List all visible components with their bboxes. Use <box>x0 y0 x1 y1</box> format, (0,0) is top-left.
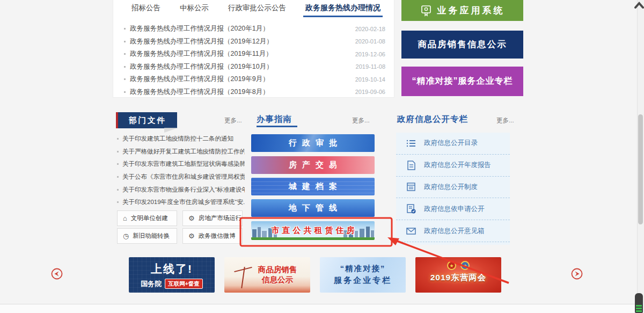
certificate-icon <box>420 5 432 17</box>
tab-bid-announcements[interactable]: 招标公告 <box>131 3 160 17</box>
bullet-icon <box>117 151 119 152</box>
energy-conversion-button[interactable]: ◷新旧动能转换 <box>117 228 177 244</box>
dept-quick-links: ⌂文明单位创建 ⚙房地产市场运行 ◷新旧动能转换 ⚙政务微信微博 <box>117 210 245 244</box>
admin-approval-button[interactable]: 行政审批 <box>251 134 375 152</box>
public-rental-housing-label: 市直公共租赁住房 <box>251 221 375 240</box>
gov-info-section-title: 政府信息公开专栏 <box>397 114 468 125</box>
dept-file-item[interactable]: 关于印发2019年度全市住房城乡管理系统“安... <box>117 196 245 209</box>
tab-winning-bids[interactable]: 中标公示 <box>180 3 209 17</box>
bullet-icon <box>117 176 119 178</box>
carousel-next-button[interactable] <box>570 267 583 280</box>
public-rental-housing-button[interactable]: 市直公共租赁住房 <box>251 221 375 240</box>
bullet-icon <box>117 201 119 203</box>
national-emblem-icon: ★ <box>447 261 456 270</box>
news-item[interactable]: 政务服务热线办理工作情况月报（2019年10月）2019-11-08 <box>124 61 385 74</box>
news-item[interactable]: 政务服务热线办理工作情况月报（2020年1月）2020-02-18 <box>124 23 385 35</box>
gov-info-annual-report-link[interactable]: 政府信息公开年度报告 <box>396 155 510 177</box>
bullet-icon <box>124 53 126 55</box>
gov-info-directory-link[interactable]: 政府信息公开目录 <box>396 133 510 155</box>
gov-info-mailbox-link[interactable]: 政府信息公开意见箱 <box>396 220 510 242</box>
floating-widget[interactable] <box>635 293 643 313</box>
real-estate-transaction-button[interactable]: 房产交易 <box>251 156 375 174</box>
dept-more-link[interactable]: 更多... <box>224 117 242 125</box>
gears-icon: ⚙ <box>188 232 195 239</box>
apply-icon <box>406 203 416 214</box>
chevron-up-icon[interactable] <box>634 1 644 10</box>
news-item[interactable]: 政务服务热线办理工作情况月报（2019年9月）2019-10-14 <box>124 73 385 86</box>
business-app-system-button[interactable]: 业务应用系统 <box>401 0 523 21</box>
bullet-icon <box>124 28 126 30</box>
dept-file-item[interactable]: 关于印发东营市建筑工地新型冠状病毒感染肺炎... <box>117 158 245 171</box>
news-item[interactable]: 政务服务热线办理工作情况月报（2019年8月）2019-09-06 <box>124 86 385 99</box>
dept-files-header: 部门文件 <box>116 112 177 128</box>
bullet-icon <box>117 163 119 165</box>
real-estate-market-button[interactable]: ⚙房地产市场运行 <box>182 210 243 226</box>
internet-supervision-badge: 互联网+督查 <box>165 279 203 289</box>
guide-title-underline <box>257 126 297 127</box>
underground-pipeline-button[interactable]: 地下管线 <box>251 199 375 217</box>
house-icon: ⌂ <box>123 215 127 222</box>
gov-info-panel: 政府信息公开目录 政府信息公开年度报告 政府信息公开制度 政府信息依申请公开 <box>396 133 510 245</box>
gov-wechat-weibo-button[interactable]: ⚙政务微信微博 <box>182 228 243 244</box>
bullet-icon <box>117 189 119 191</box>
news-item[interactable]: 政务服务热线办理工作情况月报（2019年12月）2020-01-08 <box>124 35 385 48</box>
next-icon <box>575 272 580 276</box>
cppcc-emblem-icon: ★ <box>460 261 470 270</box>
active-tab-underline <box>303 16 383 17</box>
gear-icon: ⚙ <box>188 215 195 222</box>
carousel-prev-button[interactable] <box>50 267 63 280</box>
dept-file-item[interactable]: 关于公布《东营市住房和城乡建设管理局权责清... <box>117 171 245 184</box>
commercial-housing-sales-button[interactable]: 商品房销售信息公示 <box>401 31 523 59</box>
guide-more-link[interactable]: 更多... <box>352 117 370 125</box>
list-icon <box>406 138 416 149</box>
scrollbar-thumb[interactable] <box>638 114 643 224</box>
banner-state-council[interactable]: 上线了! 国务院 互联网+督查 <box>129 257 215 293</box>
news-tabs: 招标公告 中标公示 行政审批公示公告 政务服务热线办理情况 <box>113 0 394 17</box>
precise-docking-button[interactable]: “精准对接”服务企业专栏 <box>401 67 523 96</box>
bullet-icon <box>117 138 119 140</box>
gov-info-system-link[interactable]: 政府信息公开制度 <box>396 177 510 199</box>
clock-icon: ◷ <box>123 232 129 239</box>
report-icon <box>406 160 416 171</box>
section-title: 部门文件 <box>118 112 177 128</box>
bullet-icon <box>124 91 126 93</box>
guide-section-title: 办事指南 <box>257 114 292 125</box>
footer-strip <box>0 304 644 313</box>
tab-hotline-status[interactable]: 政务服务热线办理情况 <box>305 3 380 17</box>
banner-two-sessions[interactable]: ★ ★ 2019东营两会 <box>415 257 501 293</box>
bullet-icon <box>124 78 126 80</box>
bullet-icon <box>124 66 126 68</box>
prev-icon <box>55 272 59 276</box>
news-list: 政务服务热线办理工作情况月报（2020年1月）2020-02-18 政务服务热线… <box>113 17 394 98</box>
ribbon-decoration <box>164 128 178 133</box>
gov-info-more-link[interactable]: 更多... <box>496 117 514 125</box>
urban-archives-button[interactable]: 城建档案 <box>251 178 375 195</box>
bullet-icon <box>124 41 126 42</box>
banner-precise-docking[interactable]: “精准对接” 服务企业专栏 <box>320 257 406 293</box>
dept-files-list: 关于印发建筑工地疫情防控十二条的通知 关于严格做好开复工建筑工地疫情防控工作的通… <box>117 133 245 209</box>
gov-info-apply-link[interactable]: 政府信息依申请公开 <box>396 198 510 220</box>
system-icon <box>406 181 416 192</box>
tab-admin-approval-notices[interactable]: 行政审批公示公告 <box>228 3 286 17</box>
news-panel: 招标公告 中标公示 行政审批公示公告 政务服务热线办理情况 政务服务热线办理工作… <box>113 0 394 98</box>
dept-file-item[interactable]: 关于严格做好开复工建筑工地疫情防控工作的通知 <box>117 145 245 158</box>
banner-housing-sales[interactable]: 商品房销售 信息公示 <box>224 257 310 293</box>
civilized-unit-button[interactable]: ⌂文明单位创建 <box>117 210 177 226</box>
dept-file-item[interactable]: 关于印发东营市物业服务行业深入“标准建设年... <box>117 183 245 196</box>
mailbox-icon <box>406 225 416 236</box>
news-item[interactable]: 政务服务热线办理工作情况月报（2019年11月）2019-12-06 <box>124 48 385 61</box>
dept-file-item[interactable]: 关于印发建筑工地疫情防控十二条的通知 <box>117 133 245 145</box>
